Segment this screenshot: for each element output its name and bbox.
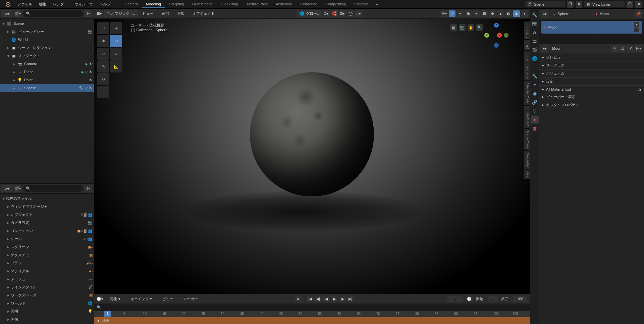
tl-jump-start-icon[interactable]: |◀ — [307, 295, 314, 302]
workspace-tab-hypershade[interactable]: HyperShade — [188, 1, 217, 8]
material-icon[interactable]: ▽ — [85, 70, 88, 74]
prop-tab-particles[interactable]: ✦ — [531, 81, 539, 89]
workspace-tab-sculpting[interactable]: Sculpting — [165, 1, 188, 8]
tool-extra1[interactable]: ↺ — [97, 73, 109, 85]
overlay-toggle-icon[interactable]: ◉ — [465, 10, 472, 17]
file-item[interactable]: ▸カメラ設定📷 — [0, 219, 94, 227]
tl-menu-view[interactable]: ビュー — [159, 295, 176, 303]
material-copy-icon[interactable]: ❐ — [619, 45, 626, 52]
prop-tab-tool[interactable]: 🔧 — [531, 11, 539, 19]
material-slot-moon[interactable]: ●Moon + − — [541, 21, 642, 34]
tool-transform[interactable]: ⊕ — [110, 48, 122, 60]
material-remove-icon[interactable]: − — [634, 28, 639, 32]
viewport-side-tab[interactable]: Maxivz Tools — [524, 129, 530, 150]
viewport-side-tab[interactable]: Mira — [524, 170, 530, 180]
tl-keyframe-prev-icon[interactable]: ◀| — [315, 295, 322, 302]
tl-menu-marker[interactable]: マーカー — [180, 295, 201, 303]
prop-tab-world[interactable]: 🌐 — [531, 54, 539, 62]
tree-plane[interactable]: ▸▽Plane◈▽👁 — [0, 68, 94, 76]
viewport-side-tab[interactable]: 蝶 — [524, 106, 530, 110]
workspace-add-button[interactable]: + — [372, 1, 381, 8]
file-root[interactable]: ▼現在のファイル — [0, 194, 94, 202]
prop-tab-material[interactable]: ● — [531, 115, 539, 124]
tree-camera[interactable]: ▸📷Camera◈👁 — [0, 60, 94, 68]
mesh-data-icon[interactable]: ◈ — [81, 70, 84, 74]
filebrowser-data-icon[interactable]: 🎬▾ — [14, 185, 21, 192]
property-panel[interactable]: ▸カスタムプロパティ — [539, 101, 644, 109]
tool-move[interactable]: ✥ — [97, 35, 109, 47]
tree-world[interactable]: 🌐World — [0, 36, 94, 44]
property-panel[interactable]: ▸設定 — [539, 77, 644, 85]
filebrowser-filter-icon[interactable]: ⊩ — [85, 185, 92, 192]
file-item[interactable]: ▸画像 — [0, 315, 94, 323]
workspace-tab-texture paint[interactable]: Texture Paint — [242, 1, 272, 8]
workspace-tab-compositing[interactable]: Compositing — [321, 1, 350, 8]
tool-scale[interactable]: ⤢ — [97, 48, 109, 60]
collection-new-icon[interactable]: ⊞ — [90, 46, 93, 50]
property-panel[interactable]: ▸All Material List: 2 — [539, 85, 644, 93]
tree-viewlayer[interactable]: ▸▤ビューレイヤー📷 — [0, 28, 94, 36]
viewport-side-tab[interactable]: Extended Tools — [524, 81, 530, 105]
tl-start-frame[interactable]: 1 — [488, 296, 498, 302]
render-icon[interactable]: 📷 — [88, 30, 93, 34]
property-panel[interactable]: ▸ボリューム — [539, 69, 644, 77]
xray-icon[interactable]: ⊡ — [481, 10, 488, 17]
workspace-tab-modeling[interactable]: Modeling — [142, 1, 165, 8]
vp-menu-select[interactable]: 選択 — [158, 10, 172, 17]
camera-data-icon[interactable]: ◈ — [85, 62, 88, 66]
prop-tab-object[interactable]: ▫ — [531, 63, 539, 71]
material-unlink-icon[interactable]: ✕ — [627, 45, 634, 52]
visibility-icon[interactable]: 👁 — [89, 70, 93, 74]
outliner-display-icon[interactable]: 🎬▾ — [14, 10, 21, 17]
visibility-icon[interactable]: 👁 — [89, 62, 93, 66]
tl-play-icon[interactable]: ▶ — [331, 295, 338, 302]
snap-icon[interactable]: 🧲 — [331, 10, 338, 17]
property-panel[interactable]: ▸サーフェス — [539, 61, 644, 69]
shading-opts-icon[interactable]: ▾ — [521, 10, 528, 17]
material-node-icon[interactable]: ⊩▾ — [635, 45, 642, 52]
prop-tab-output[interactable]: 🖨 — [531, 28, 539, 36]
file-item[interactable]: ▸ブラシ🖌₄₄ — [0, 259, 94, 267]
visibility-icon[interactable]: 👁 — [89, 78, 93, 82]
viewlayer-del-icon[interactable]: ✕ — [635, 1, 642, 8]
workspace-tab-uv editing[interactable]: UV Editing — [217, 1, 242, 8]
shading-material-icon[interactable]: ◐ — [505, 10, 512, 17]
outliner-filter-icon[interactable]: ⊩ — [85, 10, 92, 17]
file-item[interactable]: ▸テクスチャ▩ — [0, 251, 94, 259]
file-item[interactable]: ▸メッシュ▽₃ — [0, 275, 94, 283]
proportional-opts-icon[interactable]: ∩▾ — [355, 10, 362, 17]
shading-rendered-icon[interactable]: ◉ — [513, 10, 520, 17]
tl-menu-keying[interactable]: キーイング ▾ — [127, 295, 155, 303]
viewport-side-tab[interactable]: MACHIN3 — [524, 110, 530, 128]
material-name-field[interactable]: Moon — [549, 45, 610, 51]
tool-extra2[interactable]: ⋯ — [97, 86, 109, 98]
file-item[interactable]: ▸ウィンドウマネージャ — [0, 202, 94, 211]
gizmo-opts-icon[interactable]: ▾ — [457, 10, 464, 17]
material-icon[interactable]: ▽ — [85, 86, 88, 90]
material-fake-icon[interactable]: ◇ — [611, 45, 618, 52]
workspace-tab-scripting[interactable]: Scripting — [350, 1, 372, 8]
prop-tab-render[interactable]: 📷 — [531, 19, 539, 28]
prop-tab-physics[interactable]: ◉ — [531, 89, 539, 97]
tl-menu-playback[interactable]: 再生 ▾ — [107, 295, 124, 303]
prop-tab-viewlayer[interactable]: ▤ — [531, 37, 539, 45]
navigation-gizmo[interactable]: Z Y X — [483, 23, 510, 50]
gizmo-toggle-icon[interactable]: ↗ — [449, 10, 455, 17]
viewport-side-tab[interactable]: ツール — [524, 51, 530, 62]
viewlayer-selector[interactable]: ▤View Layer — [584, 1, 625, 7]
prop-material-name[interactable]: ●Moon — [593, 11, 633, 17]
tl-clock-icon[interactable]: 🕐 — [466, 295, 473, 302]
viewport-side-tab[interactable]: ツール — [524, 40, 530, 50]
timeline-editor-icon[interactable]: 🕐▾ — [97, 295, 103, 302]
file-item[interactable]: ▸ラインスタイル🖊 — [0, 283, 94, 291]
orientation-dropdown[interactable]: 🌐 グロー.. — [297, 10, 322, 17]
prop-tab-mesh[interactable]: ▽ — [531, 107, 539, 115]
file-item[interactable]: ▸シーン▽▽👥 — [0, 235, 94, 243]
prop-object-name[interactable]: ▽Sphere — [550, 11, 591, 17]
tl-current-frame[interactable]: 1 — [447, 296, 463, 302]
prop-tab-scene[interactable]: 🎬 — [531, 46, 539, 54]
file-item[interactable]: ▸ワールド🌐 — [0, 299, 94, 307]
tl-autokeying-icon[interactable]: ● — [294, 295, 302, 302]
tree-scene-collection[interactable]: ▸▣シーンコレクション⊞ — [0, 44, 94, 52]
viewport-side-tab[interactable]: BlenderKit — [524, 151, 530, 169]
